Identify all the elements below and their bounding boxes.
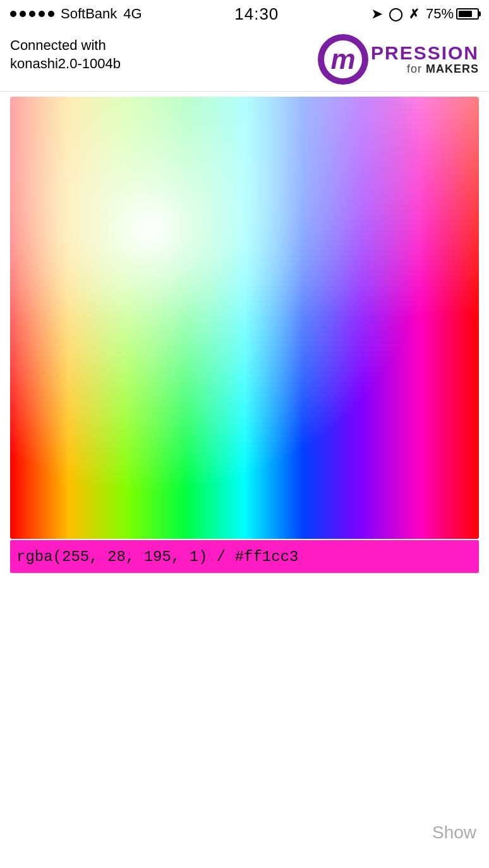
header-left: Connected with konashi2.0-1004b [10, 34, 121, 73]
header: Connected with konashi2.0-1004b m PRESSI… [0, 28, 489, 92]
connected-with-label: Connected with [10, 37, 121, 55]
signal-dot-5 [48, 11, 54, 17]
battery-percentage: 75% [426, 6, 454, 22]
status-right: ➤ ◯ ✗ 75% [371, 6, 479, 22]
show-button-container[interactable]: Show [432, 823, 476, 843]
color-canvas-inner[interactable] [10, 97, 479, 539]
device-name-label: konashi2.0-1004b [10, 55, 121, 73]
logo-for-makers-text: for MAKERS [371, 63, 479, 76]
color-value-bar: rgba(255, 28, 195, 1) / #ff1cc3 [10, 540, 479, 573]
signal-dot-1 [10, 11, 16, 17]
location-icon: ➤ [371, 6, 382, 21]
signal-dots [10, 11, 54, 17]
network-label: 4G [123, 6, 142, 22]
color-canvas[interactable] [10, 97, 479, 539]
battery-fill [459, 11, 472, 17]
bluetooth-icon: ✗ [409, 6, 420, 21]
logo-text: PRESSION for MAKERS [371, 44, 479, 76]
status-bar: SoftBank 4G 14:30 ➤ ◯ ✗ 75% [0, 0, 489, 28]
carrier-label: SoftBank [61, 6, 117, 22]
color-value-text: rgba(255, 28, 195, 1) / #ff1cc3 [16, 548, 298, 565]
logo-container: m PRESSION for MAKERS [318, 34, 479, 85]
battery-container: 75% [426, 6, 479, 22]
signal-dot-2 [20, 11, 26, 17]
signal-dot-3 [29, 11, 35, 17]
logo-pression-text: PRESSION [371, 44, 479, 63]
signal-dot-4 [39, 11, 45, 17]
alarm-icon: ◯ [389, 6, 402, 21]
logo-inner-circle: m [324, 40, 362, 78]
logo-circle: m [318, 34, 368, 85]
color-picker-area[interactable]: rgba(255, 28, 195, 1) / #ff1cc3 [0, 97, 489, 573]
show-button[interactable]: Show [432, 823, 476, 843]
status-left: SoftBank 4G [10, 6, 142, 22]
white-space [0, 573, 489, 800]
logo-makers-bold: MAKERS [426, 63, 479, 75]
status-time: 14:30 [234, 4, 279, 24]
logo-m-letter: m [330, 45, 355, 73]
battery-icon [456, 8, 479, 20]
